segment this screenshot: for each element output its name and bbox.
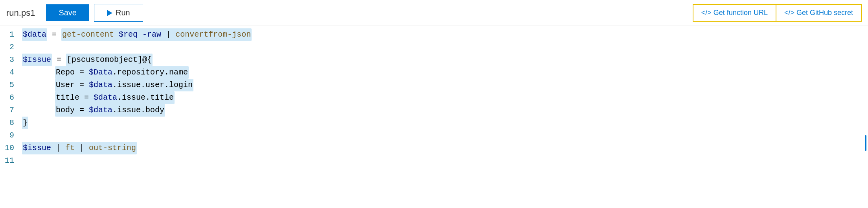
code-token: = bbox=[47, 28, 61, 41]
code-token: Repo = $Data.repository.name bbox=[55, 66, 189, 79]
line-num-6: 6 bbox=[0, 91, 14, 104]
line-num-9: 9 bbox=[0, 129, 14, 142]
code-line-6: title = $data.issue.title bbox=[20, 91, 868, 104]
code-line-2 bbox=[20, 41, 868, 54]
save-button[interactable]: Save bbox=[46, 4, 89, 21]
file-name: run.ps1 bbox=[6, 8, 35, 18]
line-numbers: 1 2 3 4 5 6 7 8 9 10 11 bbox=[0, 26, 20, 208]
line-num-8: 8 bbox=[0, 117, 14, 129]
code-token: get-content $req -raw | convertfrom-json bbox=[61, 28, 252, 41]
code-line-7: body = $data.issue.body bbox=[20, 104, 868, 117]
run-button[interactable]: Run bbox=[94, 4, 143, 22]
run-label: Run bbox=[116, 8, 130, 17]
code-token: $data bbox=[22, 28, 47, 41]
run-triangle-icon bbox=[107, 10, 112, 16]
get-github-secret-button[interactable]: </> Get GitHub secret bbox=[776, 4, 862, 22]
code-line-10: $issue | ft | out-string bbox=[20, 142, 868, 154]
code-line-3: $Issue = [pscustomobject]@{ bbox=[20, 54, 868, 66]
code-token: [pscustomobject]@{ bbox=[66, 54, 153, 66]
code-token bbox=[22, 66, 55, 79]
line-num-7: 7 bbox=[0, 104, 14, 117]
code-line-1: $data = get-content $req -raw | convertf… bbox=[20, 28, 868, 41]
code-line-8: } bbox=[20, 117, 868, 129]
code-line-4: Repo = $Data.repository.name bbox=[20, 66, 868, 79]
code-token bbox=[22, 91, 55, 104]
code-token: = bbox=[52, 54, 66, 66]
line-num-11: 11 bbox=[0, 154, 14, 167]
code-editor: 1 2 3 4 5 6 7 8 9 10 11 $data = get-cont… bbox=[0, 26, 868, 208]
code-line-5: User = $data.issue.user.login bbox=[20, 79, 868, 91]
code-token: $Issue bbox=[22, 54, 52, 66]
code-token: User = $data.issue.user.login bbox=[55, 79, 193, 91]
code-line-9 bbox=[20, 129, 868, 142]
toolbar: run.ps1 Save Run </> Get function URL </… bbox=[0, 0, 868, 26]
get-function-url-button[interactable]: </> Get function URL bbox=[693, 4, 776, 22]
code-token bbox=[22, 104, 55, 117]
toolbar-right-actions: </> Get function URL </> Get GitHub secr… bbox=[693, 4, 862, 22]
line-num-5: 5 bbox=[0, 79, 14, 91]
line-num-3: 3 bbox=[0, 54, 14, 66]
code-content[interactable]: $data = get-content $req -raw | convertf… bbox=[20, 26, 868, 208]
line-num-2: 2 bbox=[0, 41, 14, 54]
line-num-10: 10 bbox=[0, 142, 14, 154]
code-token: } bbox=[22, 117, 28, 129]
code-token bbox=[22, 79, 55, 91]
code-line-11 bbox=[20, 154, 868, 167]
code-token: title = $data.issue.title bbox=[55, 91, 175, 104]
scrollbar-indicator bbox=[865, 135, 866, 151]
code-token: body = $data.issue.body bbox=[55, 104, 165, 117]
line-num-1: 1 bbox=[0, 28, 14, 41]
code-token: $issue | ft | out-string bbox=[22, 142, 137, 154]
line-num-4: 4 bbox=[0, 66, 14, 79]
